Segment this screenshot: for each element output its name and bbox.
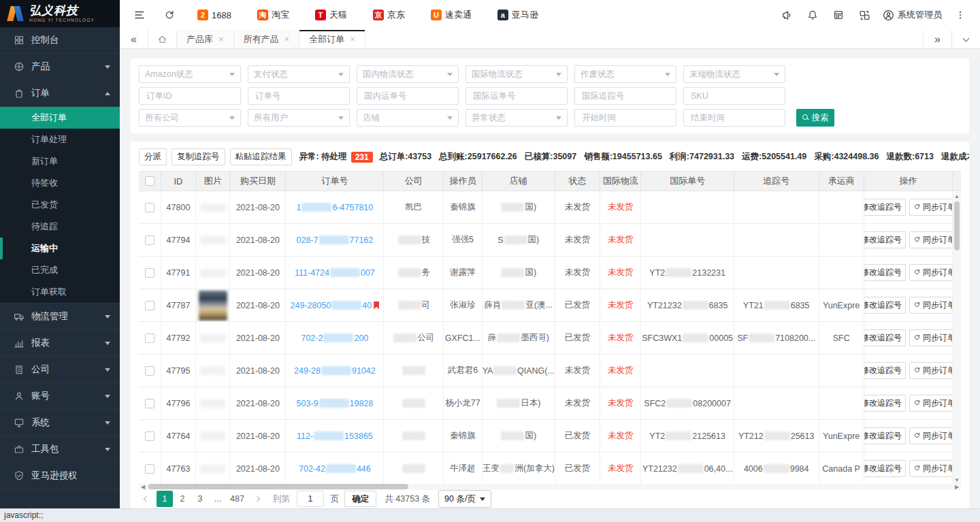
filter-select-r1-5[interactable]: 末端物流状态 [683,65,785,83]
order-number-link[interactable]: 702-42446 [286,453,384,484]
row-checkbox[interactable] [145,464,154,474]
scroll-left-arrow[interactable]: ◀ [139,483,147,491]
product-thumbnail[interactable] [199,291,227,321]
sidebar-item-amazon-auth[interactable]: 亚马逊授权 [0,463,120,489]
sidebar-item-toolbox[interactable]: 工具包 [0,436,120,463]
edit-tracking-button[interactable]: 修改追踪号 [864,329,906,346]
vertical-scrollbar[interactable]: ▲ ▼ [953,192,961,484]
sync-order-button[interactable]: 同步订单 [909,199,953,216]
filter-input-r2-5-input[interactable] [689,91,779,101]
edit-tracking-button[interactable]: 修改追踪号 [864,199,906,216]
tab-all-products[interactable]: 所有产品× [234,30,300,48]
filter-input-r2-4-input[interactable] [581,91,670,101]
notifications-bell-icon[interactable] [802,5,823,25]
order-number-link[interactable]: 702-2200 [286,322,384,354]
select-all-checkbox[interactable] [145,176,154,186]
refresh-icon[interactable] [159,5,180,25]
edit-tracking-button[interactable]: 修改追踪号 [864,460,906,477]
marketplace-link-taobao[interactable]: 淘淘宝 [257,9,289,21]
edit-tracking-button[interactable]: 修改追踪号 [864,264,906,281]
sync-order-button[interactable]: 同步订单 [909,395,953,412]
filter-date-1-input[interactable] [689,112,779,123]
order-number-link[interactable]: 16-4757810 [286,191,384,223]
order-number-link[interactable]: 112-153865 [286,420,384,452]
sync-order-button[interactable]: 同步订单 [909,231,953,248]
sync-order-button[interactable]: 同步订单 [909,362,953,379]
page-jump-confirm-button[interactable]: 确定 [344,491,376,507]
edit-tracking-button[interactable]: 修改追踪号 [864,231,906,248]
stats-action-button-1[interactable]: 复制追踪号 [172,148,225,165]
row-checkbox[interactable] [145,333,154,343]
scroll-up-arrow[interactable]: ▲ [953,192,961,200]
sidebar-subitem-to-track[interactable]: 待追踪 [0,216,120,238]
collapse-menu-icon[interactable] [129,5,150,25]
more-options-icon[interactable] [950,5,970,25]
sync-order-button[interactable]: 同步订单 [909,460,953,477]
filter-date-1[interactable] [683,109,785,127]
sidebar-item-logistics[interactable]: 物流管理 [0,304,120,330]
marketplace-link-1688[interactable]: 21688 [197,10,231,20]
filter-input-r2-0-input[interactable] [145,91,235,101]
marketplace-link-jd[interactable]: 京京东 [373,9,405,21]
calculator-icon[interactable] [828,5,849,25]
next-page-button[interactable] [250,491,265,507]
filter-select-r1-0[interactable]: Amazon状态 [139,65,241,83]
close-icon[interactable]: × [350,34,355,44]
order-number-link[interactable]: 503-919828 [286,387,384,419]
order-number-link[interactable]: 249-2891042 [286,355,384,387]
filter-input-r2-2[interactable] [357,87,459,105]
marketplace-link-amazon[interactable]: a亚马逊 [497,9,538,21]
filter-input-r2-5[interactable] [683,87,785,105]
tabs-scroll-left-button[interactable]: « [120,30,148,48]
close-icon[interactable]: × [284,34,290,44]
edit-tracking-button[interactable]: 修改追踪号 [864,427,906,444]
scroll-right-arrow[interactable]: ▶ [953,483,961,491]
sidebar-item-order[interactable]: 订单 [0,80,120,107]
row-checkbox[interactable] [145,235,154,245]
filter-input-r2-1[interactable] [248,87,350,105]
sidebar-subitem-order-process[interactable]: 订单处理 [0,129,120,150]
horizontal-scroll-thumb[interactable] [148,484,408,489]
filter-input-r2-0[interactable] [139,87,241,105]
vertical-scroll-thumb[interactable] [954,201,960,250]
sidebar-item-dashboard[interactable]: 控制台 [0,27,120,54]
edit-tracking-button[interactable]: 修改追踪号 [864,395,906,412]
filter-select-r3-2[interactable]: 店铺 [357,109,459,127]
row-checkbox[interactable] [145,203,154,212]
filter-input-r2-3[interactable] [466,87,568,105]
filter-input-r2-2-input[interactable] [363,91,453,101]
filter-date-0-input[interactable] [581,112,670,123]
filter-input-r2-1-input[interactable] [254,91,344,101]
sidebar-item-account[interactable]: 账号 [0,383,120,410]
sidebar-subitem-completed[interactable]: 已完成 [0,259,120,281]
sidebar-subitem-to-sign[interactable]: 待签收 [0,172,120,194]
sidebar-subitem-in-transit[interactable]: 运输中 [0,238,120,259]
sidebar-subitem-all-orders[interactable]: 全部订单 [0,107,120,129]
sidebar-subitem-order-fetch[interactable]: 订单获取 [0,281,120,303]
sidebar-subitem-new-orders[interactable]: 新订单 [0,150,120,172]
exception-count-badge[interactable]: 231 [351,152,373,163]
filter-select-r1-4[interactable]: 作废状态 [574,65,676,83]
page-button-487[interactable]: 487 [227,491,247,507]
announcement-icon[interactable] [777,5,797,25]
filter-select-r3-0[interactable]: 所有公司 [139,109,241,127]
edit-tracking-button[interactable]: 修改追踪号 [864,362,906,379]
filter-select-r1-1[interactable]: 支付状态 [248,65,350,83]
order-number-link[interactable]: 111-4724007 [286,257,384,289]
row-checkbox[interactable] [145,268,154,278]
filter-date-0[interactable] [574,109,676,127]
exchange-icon[interactable] [854,5,875,25]
stats-action-button-0[interactable]: 分派 [139,148,167,165]
order-number-link[interactable]: 028-777162 [286,224,384,256]
sidebar-item-report[interactable]: 报表 [0,330,120,357]
sidebar-item-system[interactable]: 系统 [0,410,120,436]
sidebar-item-company[interactable]: 公司 [0,357,120,383]
horizontal-scrollbar[interactable]: ◀ ▶ [139,484,961,490]
filter-input-r2-4[interactable] [574,87,676,105]
row-checkbox[interactable] [145,301,154,310]
row-checkbox[interactable] [145,399,154,408]
stats-action-button-2[interactable]: 粘贴追踪结果 [230,148,292,165]
tabs-scroll-right-button[interactable]: » [923,30,951,48]
sync-order-button[interactable]: 同步订单 [909,329,953,346]
page-button-2[interactable]: 2 [174,491,191,507]
